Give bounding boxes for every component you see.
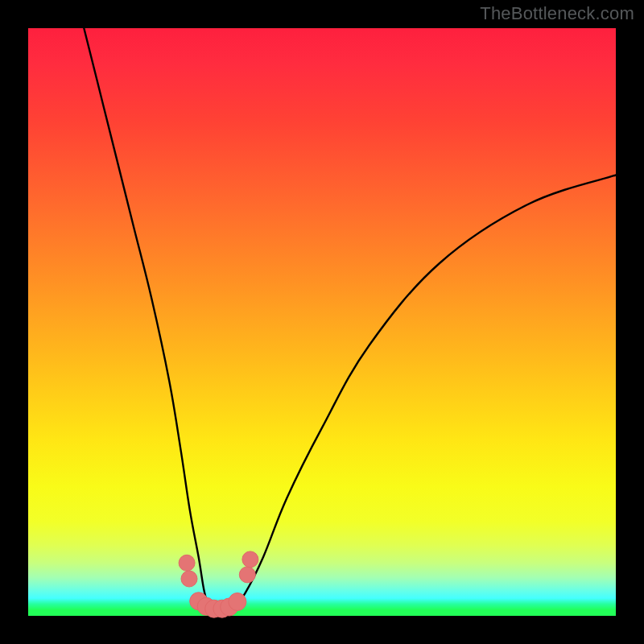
watermark-text: TheBottleneck.com (480, 3, 634, 24)
curve-marker (181, 571, 197, 587)
plot-area (28, 28, 616, 616)
bottleneck-curve (84, 28, 616, 609)
curve-markers (179, 551, 258, 617)
chart-svg (28, 28, 616, 616)
curve-marker (229, 593, 246, 611)
curve-marker (242, 551, 258, 568)
curve-marker (239, 567, 255, 583)
chart-frame: TheBottleneck.com (0, 0, 644, 644)
curve-marker (179, 555, 195, 571)
